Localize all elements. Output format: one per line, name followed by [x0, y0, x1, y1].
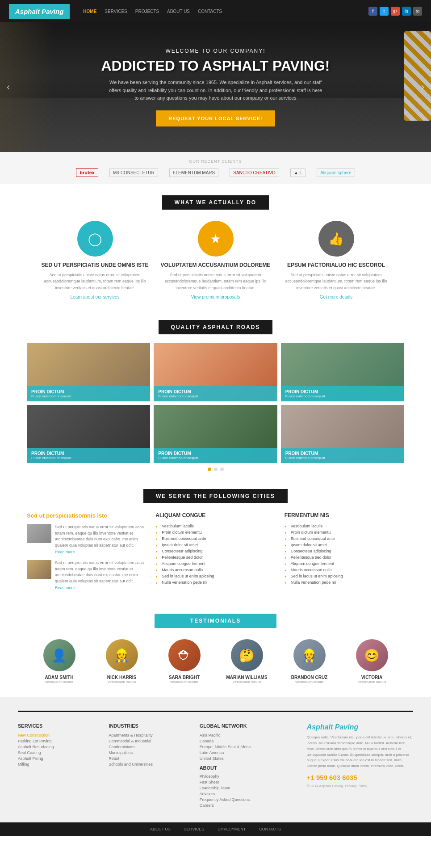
testimonial-5-sub: Vestibulum iaculis	[280, 680, 339, 684]
feature-1-link[interactable]: Learn about our services	[70, 295, 119, 299]
city-news-2: Sed ut perspiciatis natus error sit volu…	[27, 560, 146, 590]
logo-box[interactable]: Asphalt Paving	[9, 4, 70, 19]
cities-col2-title: ALIQUAM CONGUE	[155, 512, 275, 518]
nav-projects[interactable]: PROJECTS	[135, 9, 159, 14]
cities-title: WE SERVE THE FOLLOWING CITIES	[156, 493, 275, 499]
footer-ind-4[interactable]: Municipalities	[109, 750, 190, 755]
feature-2: ★ VOLUPTATEM ACCUSANTIUM DOLOREME Sed ut…	[160, 221, 272, 300]
footer-grid: SERVICES New Construction Parking Lot Pa…	[18, 711, 413, 809]
cities-col1-title: Sed ut perspiciatisomnis iste	[27, 512, 146, 519]
hero-section: WELCOME TO OUR COMPANY! ADDICTED TO ASPH…	[0, 22, 431, 152]
googleplus-icon[interactable]: g+	[391, 7, 400, 16]
feature-3-desc: Sed ut perspiciatis uniste natus error s…	[280, 272, 392, 291]
city-news-1-link[interactable]: Read more	[55, 550, 75, 554]
footer-bottom-bar: ABOUT US SERVICES EMPLOYMENT CONTACTS	[0, 822, 431, 836]
linkedin-icon[interactable]: in	[402, 7, 411, 16]
testimonial-4-sub: Vestibulum iaculis	[218, 680, 276, 684]
testimonial-4: 🤔 MARIAN WILLIAMS Vestibulum iaculis	[218, 639, 276, 684]
list-item: ●Sed in lacus ut enim apiceing	[285, 573, 404, 579]
footer-ind-5[interactable]: Retail	[109, 756, 190, 761]
footer-link-seal[interactable]: Seal Coating	[18, 750, 100, 755]
footer-company: Asphalt Paving Quisque nulla. Vestibulum…	[307, 723, 413, 809]
footer-ind-2[interactable]: Commercial & Industrial	[109, 739, 190, 743]
footer-link-parking[interactable]: Parking Lot Paving	[18, 739, 100, 743]
testimonial-2-name: NICK HARRIS	[93, 675, 151, 680]
footer-link-milling[interactable]: Milling	[18, 762, 100, 767]
footer-careers[interactable]: Careers	[200, 803, 298, 808]
footer-faq[interactable]: Frequently Asked Questions	[200, 797, 298, 802]
footer-services-title: SERVICES	[18, 723, 100, 729]
testimonials-section: TESTIMONIALS 👤 ADAM SMITH Vestibulum iac…	[0, 605, 431, 697]
footer-bottom-about[interactable]: ABOUT US	[150, 827, 171, 831]
footer-link-new-construction[interactable]: New Construction	[18, 733, 100, 737]
footer-logo: Asphalt Paving	[307, 723, 413, 731]
list-item: ●Mauris accumsan nulla	[155, 567, 275, 573]
city-news-2-link[interactable]: Read more	[55, 586, 75, 590]
footer-latin[interactable]: Latin America	[200, 750, 298, 755]
list-item: ●Sed in lacus ut enim apiceing	[155, 573, 275, 579]
footer-canada[interactable]: Canada	[200, 739, 298, 743]
hero-cta-button[interactable]: REQUEST YOUR LOCAL SERVICE!	[156, 110, 275, 126]
nav-services[interactable]: SERVICES	[105, 9, 127, 14]
roads-grid: PROIN DICTUM Fusce euismod onsequat PROI…	[27, 343, 404, 463]
nav-about[interactable]: ABOUT US	[167, 9, 190, 14]
list-item: ●Proin dictum elementu	[155, 529, 275, 535]
hero-next-arrow[interactable]: ›	[421, 81, 424, 93]
cities-col3-list: ●Vestibulum iaculis ●Proin dictum elemen…	[285, 523, 404, 586]
footer-ind-6[interactable]: Schools and Universities	[109, 762, 190, 767]
cities-title-box: WE SERVE THE FOLLOWING CITIES	[143, 489, 288, 503]
dot-2[interactable]	[214, 468, 218, 471]
road-3-title: PROIN DICTUM	[285, 389, 400, 394]
footer-link-resurfacing[interactable]: Asphalt Resurfacing	[18, 745, 100, 749]
footer-bottom-contacts[interactable]: CONTACTS	[259, 827, 281, 831]
client-logo-3: ELEMENTUM MARS	[169, 169, 218, 177]
footer-advisors[interactable]: Advisors	[200, 792, 298, 796]
dot-1[interactable]	[208, 468, 211, 471]
testimonials-title: TESTIMONIALS	[190, 618, 241, 624]
footer-philosophy[interactable]: Philosophy	[200, 774, 298, 779]
clients-logos: brutex M4 CONSECTETUR ELEMENTUM MARS SAN…	[18, 168, 413, 177]
footer-ind-3[interactable]: Condominiums	[109, 745, 190, 749]
client-logo-6: Aliquam sphere	[317, 169, 355, 177]
footer-ind-1[interactable]: Apartments & Hospitality	[109, 733, 190, 737]
nav-contacts[interactable]: CONTACTS	[198, 9, 222, 14]
facebook-icon[interactable]: f	[368, 7, 377, 16]
feature-2-link[interactable]: View premium proposals	[191, 295, 240, 299]
road-6-title: PROIN DICTUM	[285, 451, 400, 456]
testimonials-title-box: TESTIMONIALS	[155, 614, 276, 628]
list-item: ●Aliquam congue ferment	[155, 560, 275, 567]
testimonial-6-name: VICTORIA	[343, 675, 401, 680]
city-news-1-text: Sed ut perspiciatis natus error sit volu…	[55, 524, 146, 548]
road-4-title: PROIN DICTUM	[31, 451, 146, 456]
footer-company-desc: Quisque nulla. Vestibulum nisl, porta el…	[307, 735, 413, 769]
client-logo-2: M4 CONSECTETUR	[109, 169, 158, 177]
feature-3-link[interactable]: Get more details	[320, 295, 352, 299]
footer-link-fixing[interactable]: Asphalt Fixing	[18, 756, 100, 761]
cities-col3-title: FERMENTUM NIS	[285, 512, 404, 518]
hero-content: WELCOME TO OUR COMPANY! ADDICTED TO ASPH…	[101, 48, 330, 126]
feature-1-icon: ◯	[77, 221, 113, 257]
twitter-icon[interactable]: t	[380, 7, 389, 16]
footer-bottom-services[interactable]: SERVICES	[184, 827, 204, 831]
footer-asia[interactable]: Asia Pacific	[200, 733, 298, 737]
testimonial-2-sub: Vestibulum iaculis	[93, 680, 151, 684]
testimonial-6-sub: Vestibulum iaculis	[343, 680, 401, 684]
dot-3[interactable]	[220, 468, 224, 471]
road-item-2: PROIN DICTUM Fusce euismod onsequat	[154, 343, 277, 401]
testimonial-5: 👷 BRANDON CRUZ Vestibulum iaculis	[280, 639, 339, 684]
road-item-6: PROIN DICTUM Fusce euismod onsequat	[281, 405, 404, 463]
footer-about-title: ABOUT	[200, 765, 298, 771]
footer-industries: INDUSTRIES Apartments & Hospitality Comm…	[109, 723, 190, 809]
email-icon[interactable]: ✉	[413, 7, 422, 16]
client-logo-4: SANCTO CREATIVO	[230, 169, 279, 177]
footer-fast-sheet[interactable]: Fast Sheet	[200, 780, 298, 784]
footer-europe[interactable]: Europe, Middle East & Africa	[200, 745, 298, 749]
footer-us[interactable]: United States	[200, 756, 298, 761]
list-item: ●Nulla venenation pede mi	[285, 579, 404, 586]
road-5-sub: Fusce euismod onsequat	[158, 456, 272, 460]
hero-welcome: WELCOME TO OUR COMPANY!	[101, 48, 330, 54]
nav-home[interactable]: HOME	[83, 9, 96, 14]
hero-prev-arrow[interactable]: ‹	[7, 81, 10, 93]
footer-leadership[interactable]: Leadership Team	[200, 786, 298, 790]
footer-bottom-employment[interactable]: EMPLOYMENT	[218, 827, 246, 831]
